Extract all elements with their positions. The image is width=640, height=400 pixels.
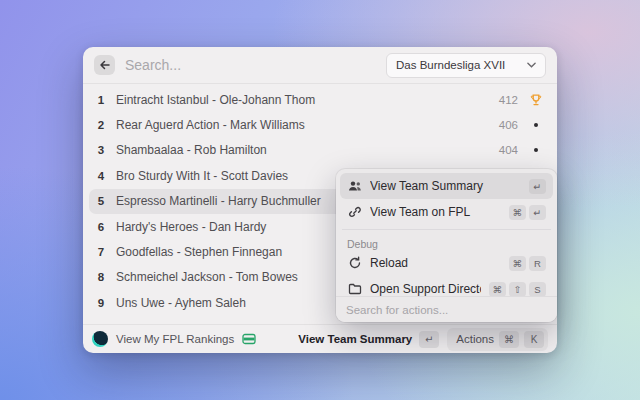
team-icon (347, 179, 362, 193)
points-label: 404 (499, 144, 518, 156)
link-icon (347, 205, 362, 219)
fpl-extension-icon (92, 331, 108, 347)
league-dropdown-value: Das Burndesliga XVII (396, 59, 505, 71)
action-label: View Team Summary (370, 179, 521, 193)
header: Das Burndesliga XVII (83, 47, 557, 84)
rank-dot-icon (529, 123, 543, 127)
return-key: ↵ (419, 331, 439, 348)
primary-action-button[interactable]: View Team Summary ↵ (298, 331, 439, 348)
rank-label: 5 (89, 195, 113, 207)
rank-label: 3 (89, 144, 113, 156)
return-key: ↵ (529, 205, 546, 220)
folder-icon (347, 282, 362, 296)
divider (342, 229, 551, 230)
list-item[interactable]: 1 Eintracht Istanbul - Ole-Johann Thom 4… (89, 87, 551, 112)
footer-bar: View My FPL Rankings View Team Summary ↵… (83, 324, 557, 353)
cmd-key: ⌘ (489, 282, 507, 297)
action-open-support-directory[interactable]: Open Support Directory ⌘ ⇧ S (340, 276, 553, 296)
action-label: Reload (370, 256, 501, 270)
action-view-team-on-fpl[interactable]: View Team on FPL ⌘ ↵ (340, 199, 553, 225)
chevron-down-icon (527, 62, 536, 68)
cmd-key: ⌘ (499, 331, 519, 348)
action-label: Open Support Directory (370, 282, 481, 296)
rank-label: 9 (89, 297, 113, 309)
list-item[interactable]: 2 Rear Aguerd Action - Mark Williams 406 (89, 112, 551, 137)
shift-key: ⇧ (509, 282, 526, 297)
return-key: ↵ (529, 179, 546, 194)
points-label: 412 (499, 94, 518, 106)
cmd-key: ⌘ (509, 205, 527, 220)
back-button[interactable] (94, 55, 115, 75)
section-label-debug: Debug (340, 234, 553, 250)
primary-action-label: View Team Summary (298, 333, 412, 345)
rank-label: 7 (89, 246, 113, 258)
trophy-icon (529, 94, 543, 106)
team-entry-label: Eintracht Istanbul - Ole-Johann Thom (113, 93, 499, 107)
team-entry-label: Shambaalaa - Rob Hamilton (113, 143, 499, 157)
actions-label: Actions (456, 333, 494, 345)
cmd-key: ⌘ (509, 256, 527, 271)
list-item[interactable]: 3 Shambaalaa - Rob Hamilton 404 (89, 138, 551, 163)
s-key: S (529, 282, 546, 297)
rank-label: 1 (89, 94, 113, 106)
rank-dot-icon (529, 148, 543, 152)
league-dropdown[interactable]: Das Burndesliga XVII (386, 53, 546, 78)
rank-label: 8 (89, 271, 113, 283)
arrow-left-icon (99, 59, 111, 71)
action-reload[interactable]: Reload ⌘ R (340, 250, 553, 276)
action-label: View Team on FPL (370, 205, 501, 219)
action-panel: View Team Summary ↵ View Team on FPL ⌘ ↵… (336, 169, 557, 322)
action-search-input[interactable] (346, 304, 547, 316)
search-input[interactable] (125, 57, 376, 73)
action-view-team-summary[interactable]: View Team Summary ↵ (340, 173, 553, 199)
card-icon (242, 333, 256, 345)
command-title: View My FPL Rankings (116, 333, 234, 345)
rank-label: 6 (89, 221, 113, 233)
action-panel-items: View Team Summary ↵ View Team on FPL ⌘ ↵… (336, 169, 557, 296)
reload-icon (347, 256, 362, 270)
action-panel-footer (336, 296, 557, 322)
rank-label: 2 (89, 119, 113, 131)
r-key: R (529, 256, 546, 271)
points-label: 406 (499, 119, 518, 131)
rank-label: 4 (89, 170, 113, 182)
k-key: K (524, 331, 544, 348)
team-entry-label: Rear Aguerd Action - Mark Williams (113, 118, 499, 132)
actions-button[interactable]: Actions ⌘ K (447, 328, 548, 351)
